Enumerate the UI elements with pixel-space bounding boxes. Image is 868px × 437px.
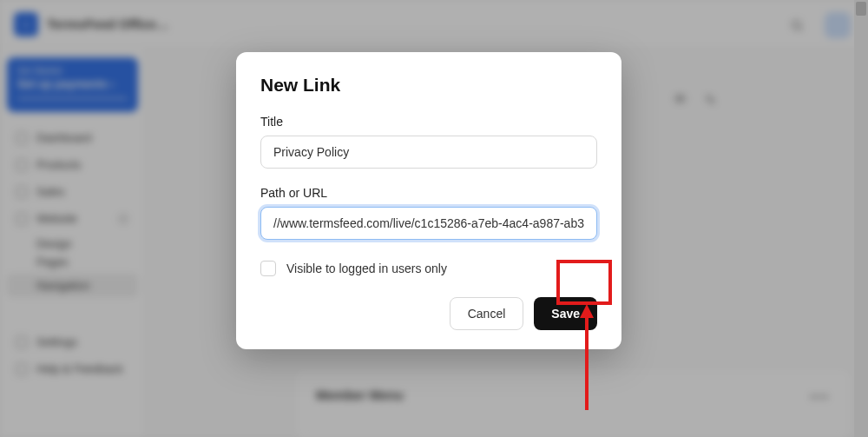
visible-checkbox[interactable] (260, 261, 276, 276)
new-link-modal: New Link Title Path or URL Visible to lo… (236, 52, 621, 349)
path-label: Path or URL (260, 186, 597, 200)
visible-label: Visible to logged in users only (286, 262, 447, 275)
visible-row[interactable]: Visible to logged in users only (260, 261, 597, 276)
modal-heading: New Link (260, 75, 597, 96)
button-row: Cancel Save (260, 297, 597, 330)
title-label: Title (260, 115, 597, 129)
cancel-button[interactable]: Cancel (450, 297, 524, 330)
path-input[interactable] (260, 207, 597, 240)
save-button[interactable]: Save (534, 297, 597, 330)
title-input[interactable] (260, 136, 597, 169)
